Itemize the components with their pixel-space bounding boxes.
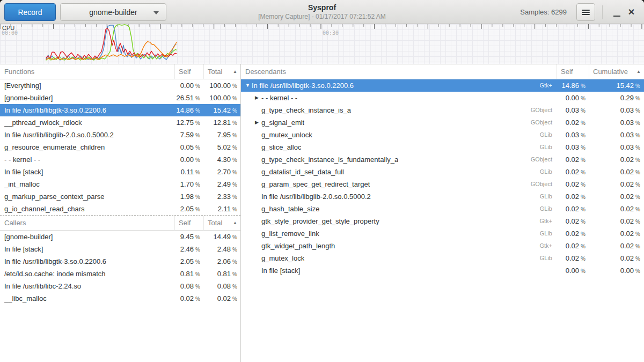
expander-collapsed-icon[interactable]: ▶ bbox=[255, 116, 261, 129]
cumulative-value: 0.02% bbox=[589, 166, 644, 178]
self-value-number: 0.02 bbox=[566, 205, 579, 213]
cumulative-value-number: 0.03 bbox=[620, 106, 634, 114]
total-value-number: 4.30 bbox=[217, 156, 231, 164]
column-header-self[interactable]: Self bbox=[557, 64, 589, 79]
function-name-cell: __pthread_rwlock_rdlock bbox=[0, 116, 174, 129]
cumulative-value-number: 0.03 bbox=[620, 143, 634, 151]
headerbar-right-cluster: Samples: 6299 ✕ bbox=[520, 3, 639, 21]
percent-sign: % bbox=[195, 95, 200, 101]
function-name: - - kernel - - bbox=[261, 92, 297, 104]
table-row[interactable]: g_type_check_instance_is_aGObject0.03%0.… bbox=[241, 104, 644, 116]
table-row[interactable]: g_param_spec_get_redirect_targetGObject0… bbox=[241, 178, 644, 190]
total-value: 5.02% bbox=[203, 141, 240, 153]
table-row[interactable]: In file [stack]2.46%2.48% bbox=[0, 243, 240, 255]
column-header-total-label: Total bbox=[208, 68, 222, 76]
percent-sign: % bbox=[232, 247, 237, 253]
menu-button[interactable] bbox=[576, 3, 595, 21]
table-row[interactable]: g_mutex_lockGLib0.02%0.02% bbox=[241, 252, 644, 264]
process-selector-dropdown[interactable]: gnome-builder bbox=[60, 3, 166, 21]
table-row[interactable]: ▼In file /usr/lib/libgtk-3.so.0.2200.6Gt… bbox=[241, 79, 644, 92]
table-row[interactable]: __pthread_rwlock_rdlock12.75%12.81% bbox=[0, 116, 240, 129]
table-row[interactable]: g_markup_parse_context_parse1.98%2.33% bbox=[0, 190, 240, 203]
expander-collapsed-icon[interactable]: ▶ bbox=[255, 92, 261, 104]
percent-sign: % bbox=[635, 95, 640, 101]
percent-sign: % bbox=[232, 271, 237, 277]
percent-sign: % bbox=[232, 83, 237, 89]
table-row[interactable]: g_hash_table_sizeGLib0.02%0.02% bbox=[241, 203, 644, 215]
column-header-total[interactable]: Total ▲ bbox=[203, 64, 240, 79]
table-row[interactable]: gtk_style_provider_get_style_propertyGtk… bbox=[241, 215, 644, 227]
table-row[interactable]: In file /usr/lib/libgtk-3.so.0.2200.62.0… bbox=[0, 255, 240, 268]
function-name: g_list_remove_link bbox=[261, 227, 319, 240]
function-name: g_param_spec_get_redirect_target bbox=[261, 178, 370, 190]
column-header-self[interactable]: Self bbox=[174, 64, 203, 79]
total-value-number: 5.02 bbox=[217, 143, 231, 151]
table-row[interactable]: g_list_remove_linkGLib0.02%0.02% bbox=[241, 227, 644, 240]
library-tag: GObject bbox=[531, 178, 557, 190]
table-row[interactable]: g_mutex_unlockGLib0.03%0.03% bbox=[241, 129, 644, 141]
table-row[interactable]: - - kernel - -0.00%4.30% bbox=[0, 153, 240, 166]
table-row[interactable]: In file /usr/lib/libc-2.24.so0.08%0.08% bbox=[0, 280, 240, 292]
table-row[interactable]: In file /usr/lib/libglib-2.0.so.0.5000.2… bbox=[0, 129, 240, 141]
table-row[interactable]: g_type_check_instance_is_fundamentally_a… bbox=[241, 153, 644, 166]
table-row[interactable]: [Everything]0.00%100.00% bbox=[0, 79, 240, 92]
cpu-graph[interactable]: CPU 00:0000:30 bbox=[0, 24, 644, 64]
function-name-cell: __libc_malloc bbox=[0, 292, 174, 305]
total-value-number: 100.00 bbox=[209, 82, 231, 90]
table-row[interactable]: g_resource_enumerate_children0.05%5.02% bbox=[0, 141, 240, 153]
minimize-button[interactable] bbox=[610, 3, 624, 21]
function-name-cell: - - kernel - - bbox=[0, 153, 174, 166]
column-header-cumulative[interactable]: Cumulative ▲ bbox=[589, 64, 644, 79]
table-row[interactable]: In file [stack]0.11%2.70% bbox=[0, 166, 240, 178]
column-header-callers[interactable]: Callers bbox=[0, 216, 174, 230]
table-row[interactable]: ▶g_signal_emitGObject0.02%0.03% bbox=[241, 116, 644, 129]
percent-sign: % bbox=[635, 132, 640, 138]
percent-sign: % bbox=[232, 120, 237, 126]
percent-sign: % bbox=[581, 182, 586, 188]
self-value-number: 0.02 bbox=[566, 180, 579, 188]
self-value: 0.02% bbox=[557, 116, 589, 129]
table-row[interactable]: _int_malloc1.70%2.49% bbox=[0, 178, 240, 190]
expander-expanded-icon[interactable]: ▼ bbox=[245, 79, 252, 92]
self-value: 0.02% bbox=[557, 178, 589, 190]
table-row[interactable]: gtk_widget_path_lengthGtk+0.02%0.02% bbox=[241, 240, 644, 252]
self-value-number: 0.02 bbox=[566, 217, 579, 225]
table-row[interactable]: g_slice_allocGLib0.03%0.03% bbox=[241, 141, 644, 153]
function-name-cell: In file [stack] bbox=[241, 264, 557, 277]
close-icon: ✕ bbox=[628, 8, 635, 17]
table-row[interactable]: ▶- - kernel - -0.00%0.29% bbox=[241, 92, 644, 104]
column-header-descendants[interactable]: Descendants bbox=[241, 64, 557, 79]
main-content: Functions Self Total ▲ [Everything]0.00%… bbox=[0, 64, 644, 362]
record-button[interactable]: Record bbox=[4, 3, 56, 21]
table-row[interactable]: [gnome-builder]26.51%100.00% bbox=[0, 92, 240, 104]
table-row[interactable]: __libc_malloc0.02%0.02% bbox=[0, 292, 240, 305]
table-row[interactable]: [gnome-builder]9.45%14.49% bbox=[0, 231, 240, 243]
cumulative-value: 0.03% bbox=[589, 141, 644, 153]
percent-sign: % bbox=[232, 296, 237, 302]
table-row[interactable]: In file /usr/lib/libgtk-3.so.0.2200.614.… bbox=[0, 104, 240, 116]
function-name: In file /usr/lib/libglib-2.0.so.0.5000.2 bbox=[261, 190, 371, 203]
table-row[interactable]: /etc/ld.so.cache: inode mismatch0.81%0.8… bbox=[0, 268, 240, 280]
cumulative-value: 0.02% bbox=[589, 227, 644, 240]
library-tag: GLib bbox=[540, 166, 557, 178]
function-name: __pthread_rwlock_rdlock bbox=[4, 116, 82, 129]
self-value-number: 0.05 bbox=[180, 143, 194, 151]
close-button[interactable]: ✕ bbox=[624, 3, 639, 21]
self-value-number: 1.98 bbox=[180, 193, 194, 201]
function-name-cell: In file /usr/lib/libgtk-3.so.0.2200.6 bbox=[0, 255, 174, 268]
function-name: - - kernel - - bbox=[4, 153, 40, 166]
self-value: 0.00% bbox=[174, 153, 203, 166]
column-header-total[interactable]: Total ▲ bbox=[203, 216, 240, 230]
function-name: gtk_widget_path_length bbox=[261, 240, 335, 252]
column-header-functions[interactable]: Functions bbox=[0, 64, 174, 79]
table-row[interactable]: g_datalist_id_set_data_fullGLib0.02%0.02… bbox=[241, 166, 644, 178]
self-value-number: 12.75 bbox=[177, 119, 194, 127]
table-row[interactable]: g_io_channel_read_chars2.05%2.11% bbox=[0, 203, 240, 215]
column-header-self[interactable]: Self bbox=[174, 216, 203, 230]
percent-sign: % bbox=[581, 206, 586, 212]
percent-sign: % bbox=[232, 169, 237, 175]
table-row[interactable]: In file /usr/lib/libglib-2.0.so.0.5000.2… bbox=[241, 190, 644, 203]
table-row[interactable]: In file [stack]0.00%0.00% bbox=[241, 264, 644, 277]
cumulative-value-number: 0.02 bbox=[620, 217, 634, 225]
self-value: 12.75% bbox=[174, 116, 203, 129]
